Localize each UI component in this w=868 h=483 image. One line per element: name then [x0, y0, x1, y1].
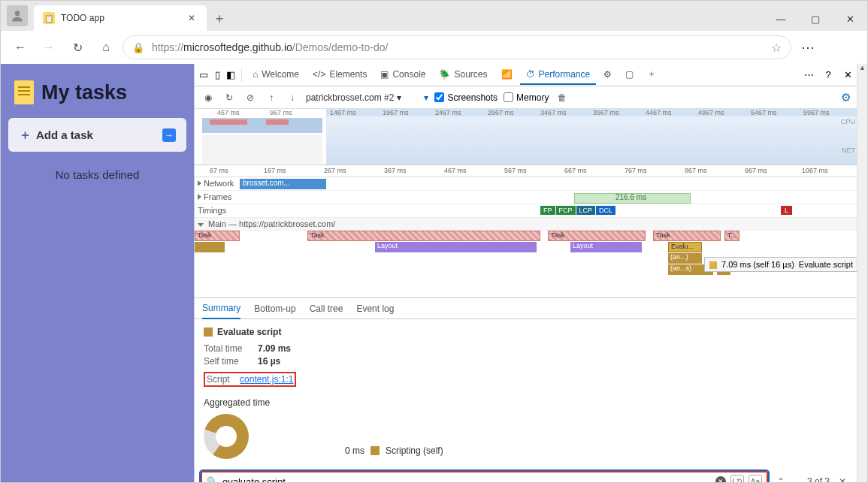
search-input[interactable] [222, 476, 711, 483]
window-minimize-button[interactable]: — [764, 7, 798, 31]
back-button[interactable]: ← [8, 35, 32, 59]
clipboard-icon [14, 80, 34, 104]
profile-avatar[interactable] [7, 5, 28, 26]
overview-tick: 5967 ms [803, 109, 830, 116]
close-search-icon[interactable]: ✕ [836, 475, 849, 482]
tab-close-icon[interactable]: ✕ [186, 12, 198, 24]
clear-button[interactable]: ⊘ [243, 90, 258, 105]
flame-task[interactable]: Task [195, 231, 240, 241]
memory-checkbox[interactable]: Memory [504, 92, 549, 103]
tab-bottomup[interactable]: Bottom-up [254, 299, 295, 318]
inspect-icon[interactable]: ▭ [198, 69, 210, 81]
upload-button[interactable]: ↑ [264, 90, 279, 105]
tab-network-signal[interactable]: 📶 [495, 65, 519, 85]
regex-toggle[interactable]: (.*) [730, 475, 744, 482]
devtools-scrollbar[interactable]: ▲ ▼ [857, 64, 867, 482]
overview-tick: 5467 ms [751, 109, 777, 116]
favorite-icon[interactable]: ☆ [771, 41, 782, 55]
flame-task[interactable]: Task [307, 231, 540, 241]
network-track[interactable]: Network brosset.com... [195, 177, 857, 191]
timing-fp[interactable]: FP [540, 206, 555, 215]
overview-tick: 3967 ms [593, 109, 619, 116]
flame-ruler[interactable]: 67 ms 167 ms 267 ms 367 ms 467 ms 567 ms… [195, 165, 857, 177]
summary-title: Evaluate script [217, 327, 281, 337]
tab-eventlog[interactable]: Event log [356, 299, 394, 318]
tracks: Network brosset.com... Frames 216.6 ms T… [195, 177, 857, 298]
overview-timeline[interactable]: 467 ms 967 ms 1467 ms 1967 ms 2467 ms [195, 109, 857, 165]
timing-fcp[interactable]: FCP [556, 206, 576, 215]
overview-tick: 2467 ms [435, 109, 461, 116]
prev-match-icon[interactable]: ⌃ [774, 475, 788, 482]
help-icon[interactable]: ? [822, 69, 834, 81]
tab-summary[interactable]: Summary [202, 298, 240, 319]
overview-tick: 4467 ms [646, 109, 672, 116]
tab-calltree[interactable]: Call tree [310, 299, 343, 318]
script-row-highlight: Script content.js:1:1 [204, 372, 296, 387]
tab-app[interactable]: ▢ [619, 65, 640, 85]
summary-panel: Evaluate script Total time7.09 ms Self t… [195, 319, 857, 466]
tab-welcome[interactable]: ⌂Welcome [246, 65, 305, 85]
tab-elements[interactable]: </>Elements [307, 65, 373, 85]
flame-task[interactable]: Task [653, 231, 721, 241]
console-icon: ▣ [380, 69, 389, 80]
tooltip-swatch [709, 261, 717, 269]
dock-icon[interactable]: ◧ [225, 69, 237, 81]
tab-sources[interactable]: 🪲Sources [433, 65, 493, 85]
add-task-label: Add a task [36, 128, 93, 141]
reload-record-button[interactable]: ↻ [222, 90, 237, 105]
next-match-icon[interactable]: ⌄ [788, 475, 801, 482]
clear-search-icon[interactable]: ✕ [715, 476, 726, 482]
add-task-button[interactable]: ＋ Add a task → [8, 118, 186, 152]
overview-tick: 4967 ms [698, 109, 724, 116]
flame-task[interactable]: Task [548, 231, 646, 241]
flame-layout[interactable]: Layout [570, 242, 642, 252]
tab-gear[interactable]: ⚙ [597, 65, 618, 85]
home-button[interactable]: ⌂ [94, 35, 118, 59]
gear-icon: ⚙ [603, 69, 612, 80]
browser-menu-button[interactable]: ⋯ [796, 35, 820, 59]
tab-performance[interactable]: ⏱Performance [520, 65, 597, 85]
record-button[interactable]: ◉ [201, 90, 216, 105]
flame-task[interactable]: T... [724, 231, 739, 241]
device-icon[interactable]: ▯ [211, 69, 223, 81]
main-thread-header[interactable]: Main — https://patrickbrosset.com/ [195, 218, 857, 231]
flame-chart[interactable]: Task Task Layout Task Layout Task Evalu.… [195, 231, 857, 298]
network-item[interactable]: brosset.com... [240, 179, 326, 189]
timing-l[interactable]: L [781, 206, 792, 215]
gc-button[interactable]: 🗑 [555, 90, 570, 105]
flame-anon[interactable]: (an...) [668, 253, 702, 264]
match-count: 3 of 3 [807, 476, 830, 482]
window-close-button[interactable]: ✕ [833, 7, 867, 31]
legend: 0 ms Scripting (self) [345, 445, 443, 456]
overview-tick: 1467 ms [330, 109, 356, 116]
flame-entry[interactable] [195, 242, 225, 252]
screenshots-checkbox[interactable]: Screenshots [434, 92, 498, 103]
close-devtools-icon[interactable]: ✕ [842, 69, 854, 81]
timing-dcl[interactable]: DCL [596, 206, 615, 215]
plus-icon: ＋ [19, 126, 32, 143]
case-toggle[interactable]: Aa [749, 475, 762, 482]
forward-button: → [37, 35, 61, 59]
browser-tab[interactable]: 📋 TODO app ✕ [34, 5, 207, 31]
timing-lcp[interactable]: LCP [576, 206, 596, 215]
search-row: 🔍 ✕ (.*) Aa ⌃ ⌄ 3 of 3 ✕ [195, 466, 857, 482]
flame-layout[interactable]: Layout [375, 242, 537, 252]
timings-track[interactable]: Timings FP FCP LCP DCL L [195, 204, 857, 218]
overview-net-label: NET [842, 146, 855, 154]
new-tab-button[interactable]: ＋ [207, 5, 232, 31]
flame-evaluate-script[interactable]: Evalu... [668, 242, 702, 252]
url-box[interactable]: 🔒 https://microsoftedge.github.io/Demos/… [122, 35, 791, 59]
overview-tick: 467 ms [217, 109, 240, 116]
perf-settings-icon[interactable]: ⚙ [841, 91, 851, 104]
no-tasks-message: No tasks defined [8, 168, 186, 181]
session-dropdown[interactable]: patrickbrosset.com #2 ▾ [306, 92, 401, 103]
script-link[interactable]: content.js:1:1 [240, 374, 293, 385]
address-bar: ← → ↻ ⌂ 🔒 https://microsoftedge.github.i… [1, 31, 867, 64]
download-button[interactable]: ↓ [285, 90, 300, 105]
frames-track[interactable]: Frames 216.6 ms [195, 191, 857, 204]
more-icon[interactable]: ⋯ [803, 69, 815, 81]
tab-add[interactable]: ＋ [641, 65, 662, 85]
tab-console[interactable]: ▣Console [374, 65, 431, 85]
reload-button[interactable]: ↻ [65, 35, 89, 59]
window-maximize-button[interactable]: ▢ [798, 7, 833, 31]
